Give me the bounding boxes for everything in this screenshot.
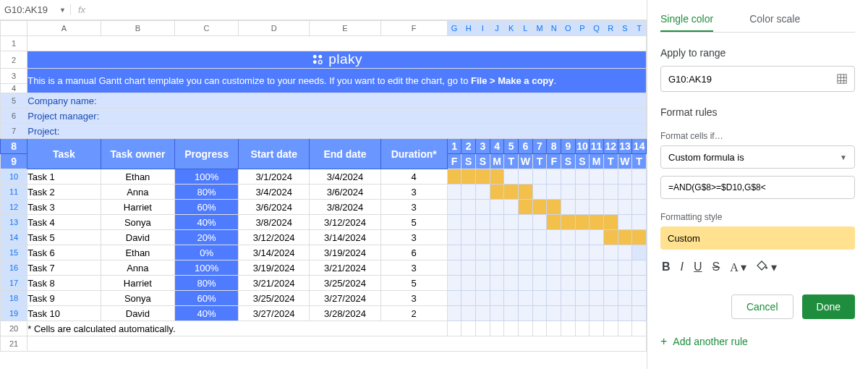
gantt-cell[interactable]: [461, 215, 476, 230]
gantt-cell[interactable]: [590, 184, 604, 200]
gantt-cell[interactable]: [532, 215, 547, 230]
col-header-J[interactable]: J: [490, 21, 504, 36]
gantt-cell[interactable]: [447, 230, 461, 245]
row-header-11[interactable]: 11: [1, 184, 27, 200]
spreadsheet-grid[interactable]: ABCDEFGHIJKLMNOPQRST 12plaky3This is a m…: [0, 20, 647, 352]
row-header-12[interactable]: 12: [1, 200, 27, 215]
col-header-N[interactable]: N: [547, 21, 561, 36]
row-header-5[interactable]: 5: [1, 93, 27, 109]
strikethrough-button[interactable]: S: [712, 260, 720, 273]
task-duration-cell[interactable]: 2: [380, 306, 447, 321]
gantt-cell[interactable]: [476, 200, 490, 215]
gantt-cell[interactable]: [519, 306, 533, 321]
gantt-cell[interactable]: [603, 291, 618, 306]
gantt-cell[interactable]: [490, 306, 504, 321]
gantt-cell[interactable]: [575, 200, 590, 215]
col-header-Q[interactable]: Q: [590, 21, 604, 36]
task-end-cell[interactable]: 3/14/2024: [310, 230, 380, 245]
gantt-cell[interactable]: [590, 169, 604, 184]
col-header-E[interactable]: E: [310, 21, 380, 36]
select-range-icon[interactable]: [837, 74, 847, 84]
gantt-cell[interactable]: [547, 276, 561, 291]
company-name-label[interactable]: Company name:: [27, 93, 647, 109]
gantt-cell[interactable]: [504, 306, 519, 321]
task-progress-cell[interactable]: 40%: [175, 306, 239, 321]
task-duration-cell[interactable]: 3: [380, 184, 447, 200]
style-preview[interactable]: Custom: [660, 226, 855, 250]
gantt-cell[interactable]: [547, 230, 561, 245]
gantt-cell[interactable]: [632, 215, 647, 230]
row-header-13[interactable]: 13: [1, 215, 27, 230]
gantt-cell[interactable]: [575, 184, 590, 200]
gantt-cell[interactable]: [532, 260, 547, 276]
row-header-4[interactable]: 4: [1, 84, 27, 93]
gantt-cell[interactable]: [461, 184, 476, 200]
task-start-cell[interactable]: 3/25/2024: [239, 291, 310, 306]
row-header-18[interactable]: 18: [1, 291, 27, 306]
task-duration-cell[interactable]: 3: [380, 260, 447, 276]
gantt-cell[interactable]: [519, 200, 533, 215]
gantt-cell[interactable]: [447, 245, 461, 260]
task-progress-cell[interactable]: 20%: [175, 230, 239, 245]
gantt-cell[interactable]: [519, 184, 533, 200]
col-header-I[interactable]: I: [476, 21, 490, 36]
gantt-cell[interactable]: [590, 276, 604, 291]
gantt-cell[interactable]: [461, 230, 476, 245]
gantt-cell[interactable]: [476, 260, 490, 276]
gantt-cell[interactable]: [561, 260, 575, 276]
col-header-R[interactable]: R: [603, 21, 618, 36]
gantt-cell[interactable]: [618, 200, 632, 215]
task-duration-cell[interactable]: 4: [380, 169, 447, 184]
gantt-cell[interactable]: [476, 169, 490, 184]
gantt-cell[interactable]: [532, 184, 547, 200]
col-header-T[interactable]: T: [632, 21, 647, 36]
gantt-cell[interactable]: [632, 230, 647, 245]
gantt-cell[interactable]: [461, 276, 476, 291]
task-name-cell[interactable]: Task 1: [27, 169, 101, 184]
task-end-cell[interactable]: 3/6/2024: [310, 184, 380, 200]
gantt-cell[interactable]: [532, 276, 547, 291]
row-header-1[interactable]: 1: [1, 36, 27, 51]
gantt-cell[interactable]: [575, 306, 590, 321]
gantt-cell[interactable]: [519, 245, 533, 260]
gantt-cell[interactable]: [561, 200, 575, 215]
task-duration-cell[interactable]: 5: [380, 276, 447, 291]
gantt-cell[interactable]: [561, 184, 575, 200]
gantt-cell[interactable]: [504, 291, 519, 306]
task-start-cell[interactable]: 3/21/2024: [239, 276, 310, 291]
gantt-cell[interactable]: [618, 215, 632, 230]
gantt-cell[interactable]: [603, 306, 618, 321]
col-header-C[interactable]: C: [175, 21, 239, 36]
task-owner-cell[interactable]: Ethan: [101, 169, 174, 184]
gantt-cell[interactable]: [490, 215, 504, 230]
gantt-cell[interactable]: [632, 306, 647, 321]
gantt-cell[interactable]: [447, 184, 461, 200]
gantt-cell[interactable]: [461, 245, 476, 260]
gantt-cell[interactable]: [447, 215, 461, 230]
gantt-cell[interactable]: [561, 276, 575, 291]
text-color-button[interactable]: A ▾: [730, 260, 746, 274]
task-progress-cell[interactable]: 0%: [175, 245, 239, 260]
gantt-cell[interactable]: [547, 245, 561, 260]
bold-button[interactable]: B: [662, 260, 671, 273]
row-header-16[interactable]: 16: [1, 260, 27, 276]
task-progress-cell[interactable]: 100%: [175, 169, 239, 184]
gantt-cell[interactable]: [547, 215, 561, 230]
task-name-cell[interactable]: Task 4: [27, 215, 101, 230]
task-end-cell[interactable]: 3/12/2024: [310, 215, 380, 230]
gantt-cell[interactable]: [476, 230, 490, 245]
task-duration-cell[interactable]: 5: [380, 215, 447, 230]
task-start-cell[interactable]: 3/8/2024: [239, 215, 310, 230]
task-start-cell[interactable]: 3/27/2024: [239, 306, 310, 321]
gantt-cell[interactable]: [519, 230, 533, 245]
gantt-cell[interactable]: [490, 169, 504, 184]
cancel-button[interactable]: Cancel: [731, 294, 793, 319]
task-name-cell[interactable]: Task 5: [27, 230, 101, 245]
gantt-cell[interactable]: [476, 306, 490, 321]
gantt-cell[interactable]: [547, 200, 561, 215]
task-progress-cell[interactable]: 40%: [175, 215, 239, 230]
gantt-cell[interactable]: [618, 184, 632, 200]
gantt-cell[interactable]: [632, 291, 647, 306]
row-header-6[interactable]: 6: [1, 109, 27, 124]
fill-color-button[interactable]: ▾: [757, 260, 777, 274]
